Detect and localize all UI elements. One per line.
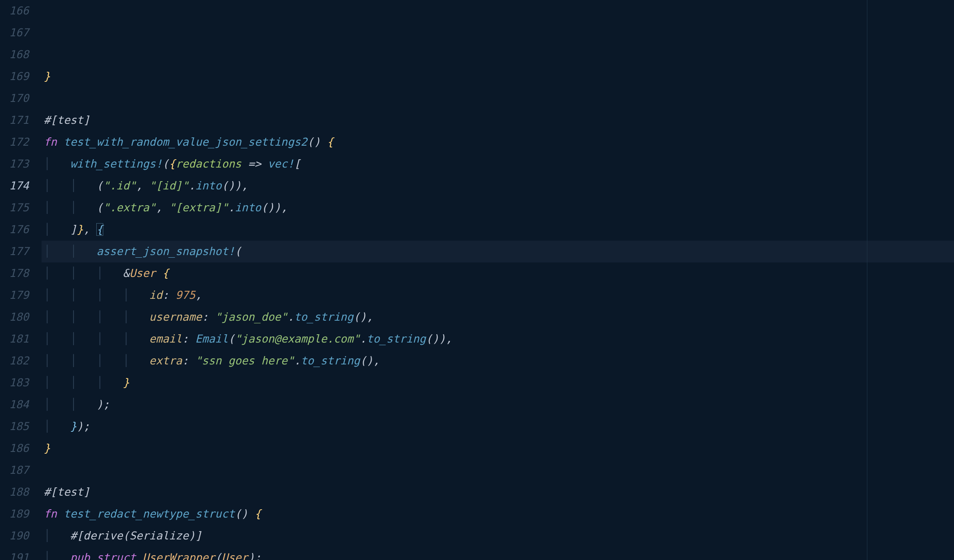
code-line[interactable]: │ │ (".id", "[id]".into()), bbox=[44, 175, 954, 197]
line-number: 191 bbox=[0, 547, 29, 560]
code-line[interactable]: } bbox=[44, 66, 954, 88]
code-line[interactable]: │ ]}, { bbox=[44, 219, 954, 241]
line-number: 187 bbox=[0, 459, 29, 481]
line-number: 167 bbox=[0, 22, 29, 44]
code-line[interactable]: } bbox=[44, 438, 954, 459]
code-line[interactable]: │ │ (".extra", "[extra]".into()), bbox=[44, 197, 954, 219]
code-line[interactable] bbox=[44, 88, 954, 109]
line-number: 168 bbox=[0, 44, 29, 66]
code-line[interactable]: │ │ │ │ id: 975, bbox=[44, 284, 954, 306]
line-number: 170 bbox=[0, 88, 29, 109]
line-number-gutter: 1661671681691701711721731741751761771781… bbox=[0, 0, 44, 560]
line-number: 181 bbox=[0, 328, 29, 350]
line-number: 189 bbox=[0, 503, 29, 525]
code-line[interactable]: │ }); bbox=[44, 416, 954, 438]
code-line[interactable]: #[test] bbox=[44, 481, 954, 503]
line-number: 166 bbox=[0, 0, 29, 22]
code-line[interactable]: │ │ │ │ extra: "ssn goes here".to_string… bbox=[44, 350, 954, 372]
line-number: 184 bbox=[0, 394, 29, 416]
code-line[interactable]: │ │ │ │ email: Email("jason@example.com"… bbox=[44, 328, 954, 350]
line-number: 185 bbox=[0, 416, 29, 438]
code-line[interactable] bbox=[44, 459, 954, 481]
code-line[interactable]: │ │ │ │ username: "jason_doe".to_string(… bbox=[44, 306, 954, 328]
line-number: 172 bbox=[0, 131, 29, 153]
line-number: 190 bbox=[0, 525, 29, 547]
line-number: 183 bbox=[0, 372, 29, 394]
code-line[interactable]: │ #[derive(Serialize)] bbox=[44, 525, 954, 547]
line-number: 180 bbox=[0, 306, 29, 328]
line-number: 182 bbox=[0, 350, 29, 372]
line-number: 171 bbox=[0, 109, 29, 131]
code-line[interactable]: fn test_with_random_value_json_settings2… bbox=[44, 131, 954, 153]
line-number: 178 bbox=[0, 262, 29, 284]
line-number: 188 bbox=[0, 481, 29, 503]
line-number: 176 bbox=[0, 219, 29, 241]
code-line[interactable]: │ │ │ &User { bbox=[44, 262, 954, 284]
code-area[interactable]: }#[test]fn test_with_random_value_json_s… bbox=[44, 0, 954, 560]
code-line[interactable]: fn test_redact_newtype_struct() { bbox=[44, 503, 954, 525]
line-number: 169 bbox=[0, 66, 29, 88]
code-line[interactable]: │ │ assert_json_snapshot!( bbox=[42, 241, 954, 262]
line-number: 186 bbox=[0, 438, 29, 459]
line-number: 175 bbox=[0, 197, 29, 219]
code-line[interactable]: │ │ │ } bbox=[44, 372, 954, 394]
code-line[interactable]: │ pub struct UserWrapper(User); bbox=[44, 547, 954, 560]
line-number: 177 bbox=[0, 241, 29, 262]
line-number: 179 bbox=[0, 284, 29, 306]
line-number: 174 bbox=[0, 175, 29, 197]
code-line[interactable]: #[test] bbox=[44, 109, 954, 131]
code-editor[interactable]: 1661671681691701711721731741751761771781… bbox=[0, 0, 954, 560]
line-number: 173 bbox=[0, 153, 29, 175]
code-line[interactable]: │ │ ); bbox=[44, 394, 954, 416]
code-line[interactable]: │ with_settings!({redactions => vec![ bbox=[44, 153, 954, 175]
